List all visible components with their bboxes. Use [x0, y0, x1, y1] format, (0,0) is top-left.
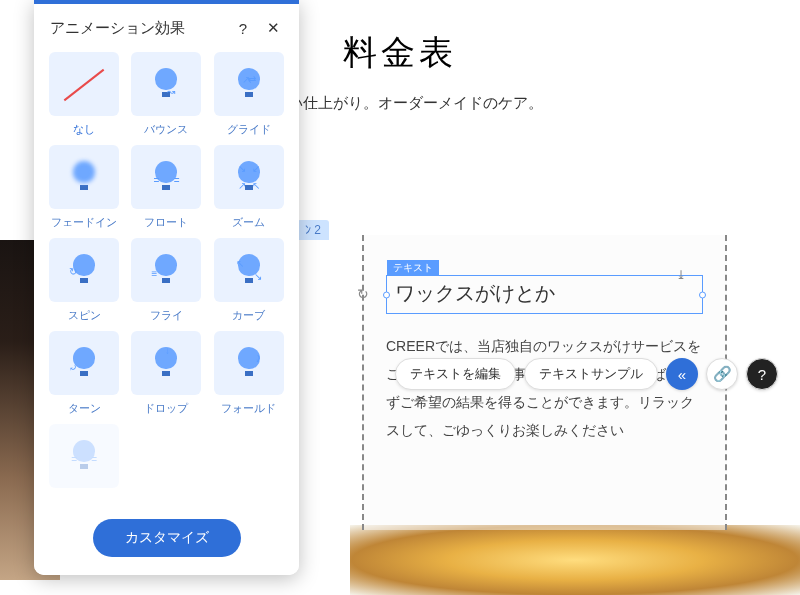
animation-thumb-bounce: ↝: [131, 52, 201, 116]
animation-thumb-zoom: ↘↙↗↖: [214, 145, 284, 209]
animation-option-more[interactable]: ==: [46, 424, 122, 488]
question-icon: ?: [758, 366, 766, 383]
animation-label: バウンス: [144, 122, 188, 137]
panel-help-button[interactable]: ?: [233, 18, 253, 38]
panel-close-button[interactable]: ✕: [263, 18, 283, 38]
selected-text-box[interactable]: ↻ ⤓ テキスト ワックスがけとか: [386, 275, 703, 314]
animation-thumb-spin: ↻: [49, 238, 119, 302]
link-icon: 🔗: [713, 365, 732, 383]
animation-label: フォールド: [221, 401, 276, 416]
animation-label: スピン: [68, 308, 101, 323]
animation-option-spin[interactable]: ↻ スピン: [46, 238, 122, 323]
animation-label: フロート: [144, 215, 188, 230]
animation-option-bounce[interactable]: ↝ バウンス: [128, 52, 204, 137]
link-button[interactable]: 🔗: [706, 358, 738, 390]
download-icon[interactable]: ⤓: [676, 268, 692, 284]
animation-option-glide[interactable]: ↗⇄ グライド: [211, 52, 287, 137]
animation-panel: アニメーション効果 ? ✕ なし ↝ バウンス ↗⇄ グライド フェードイン =…: [34, 0, 299, 575]
background-image-bottom: [350, 525, 800, 595]
section-tab[interactable]: ﾝ 2: [297, 220, 329, 240]
animation-thumb-fadein: [49, 145, 119, 209]
animation-option-drop[interactable]: ↓ ドロップ: [128, 331, 204, 416]
edit-text-button[interactable]: テキストを編集: [395, 358, 516, 390]
floating-toolbar: テキストを編集 テキストサンプル « 🔗 ?: [395, 358, 778, 390]
rotate-handle-icon[interactable]: ↻: [357, 286, 375, 304]
animation-thumb-glide: ↗⇄: [214, 52, 284, 116]
help-button[interactable]: ?: [746, 358, 778, 390]
animation-button[interactable]: «: [666, 358, 698, 390]
animation-option-turn[interactable]: ⤾ ターン: [46, 331, 122, 416]
animation-option-fadein[interactable]: フェードイン: [46, 145, 122, 230]
panel-title: アニメーション効果: [50, 19, 223, 38]
animation-option-fly[interactable]: ≡ フライ: [128, 238, 204, 323]
selected-text-content[interactable]: ワックスがけとか: [395, 280, 694, 307]
animation-option-float[interactable]: == フロート: [128, 145, 204, 230]
animation-option-fold[interactable]: ⤸ フォールド: [211, 331, 287, 416]
animation-thumb-none: [49, 52, 119, 116]
text-sample-button[interactable]: テキストサンプル: [524, 358, 658, 390]
animation-option-curve[interactable]: ↖↘ カーブ: [211, 238, 287, 323]
animation-thumb-float: ==: [131, 145, 201, 209]
animation-thumb-turn: ⤾: [49, 331, 119, 395]
animation-label: フライ: [150, 308, 183, 323]
animation-label: ズーム: [232, 215, 265, 230]
animation-label: ドロップ: [144, 401, 188, 416]
animation-label: フェードイン: [51, 215, 117, 230]
resize-handle-left[interactable]: [383, 291, 390, 298]
animation-thumb-fold: ⤸: [214, 331, 284, 395]
element-type-badge: テキスト: [387, 260, 439, 276]
animation-option-none[interactable]: なし: [46, 52, 122, 137]
animation-label: ターン: [68, 401, 101, 416]
animation-label: グライド: [227, 122, 271, 137]
animation-label: カーブ: [232, 308, 265, 323]
animation-option-zoom[interactable]: ↘↙↗↖ ズーム: [211, 145, 287, 230]
animation-thumb-more: ==: [49, 424, 119, 488]
resize-handle-right[interactable]: [699, 291, 706, 298]
animation-thumb-curve: ↖↘: [214, 238, 284, 302]
animation-thumb-drop: ↓: [131, 331, 201, 395]
animation-label: なし: [73, 122, 95, 137]
animation-list-scroll[interactable]: なし ↝ バウンス ↗⇄ グライド フェードイン == フロート ↘↙↗↖ ズー…: [34, 52, 299, 505]
animation-thumb-fly: ≡: [131, 238, 201, 302]
customize-button[interactable]: カスタマイズ: [93, 519, 241, 557]
